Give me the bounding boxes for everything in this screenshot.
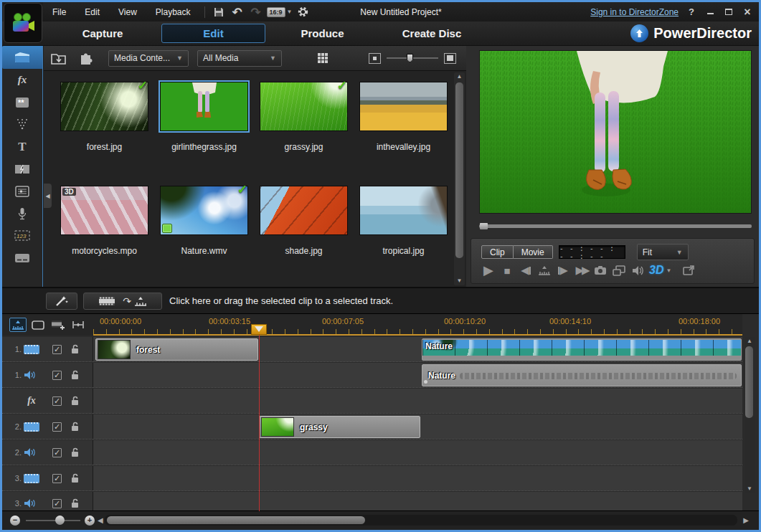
library-item-nature[interactable]: ✓ Nature.wmv: [160, 186, 248, 256]
library-item-tropical[interactable]: tropical.jpg: [359, 186, 448, 256]
sidebar-item-chapter-room[interactable]: 123: [2, 224, 42, 247]
track-header-fx[interactable]: fx ✓: [2, 389, 93, 413]
movie-mode-button[interactable]: Movie: [514, 245, 553, 259]
snap-alignment-button[interactable]: [70, 318, 87, 332]
sort-display-icon[interactable]: [312, 49, 334, 67]
play-button[interactable]: ▶: [481, 262, 496, 278]
stop-button[interactable]: ■: [500, 262, 514, 278]
track-lock-icon[interactable]: [70, 370, 80, 380]
track-enable-checkbox[interactable]: ✓: [52, 422, 62, 432]
track-enable-checkbox[interactable]: ✓: [52, 345, 62, 354]
redo-icon[interactable]: ↷: [247, 5, 265, 19]
timeline-vertical-scrollbar[interactable]: ▲ ▼: [745, 337, 755, 493]
thumbnail-size-slider[interactable]: [387, 53, 438, 63]
tab-capture[interactable]: Capture: [45, 27, 160, 39]
previous-frame-button[interactable]: ◀: [519, 262, 533, 278]
timeline-zoom-slider[interactable]: [26, 520, 80, 521]
close-button[interactable]: ×: [742, 6, 753, 19]
track-lock-icon[interactable]: [70, 422, 80, 432]
save-icon[interactable]: [209, 5, 228, 19]
magic-wand-button[interactable]: [46, 293, 77, 310]
clip-grassy[interactable]: grassy: [259, 416, 420, 438]
scroll-right-icon[interactable]: ▶: [743, 516, 749, 524]
scrollbar-thumb[interactable]: [745, 346, 753, 418]
library-collapse-tab[interactable]: ◀: [44, 184, 52, 208]
scroll-down-icon[interactable]: ▼: [745, 485, 755, 493]
track-enable-checkbox[interactable]: ✓: [52, 371, 62, 380]
track-content[interactable]: Nature: [93, 363, 742, 387]
library-scrollbar[interactable]: ▲ ▼: [454, 72, 465, 285]
track-lock-icon[interactable]: [70, 447, 80, 457]
menu-playback[interactable]: Playback: [146, 7, 200, 17]
sidebar-item-media-room[interactable]: [2, 46, 42, 69]
slider-thumb[interactable]: [407, 54, 413, 62]
snapshot-camera-icon[interactable]: [593, 262, 608, 278]
sidebar-item-pip-objects-room[interactable]: **: [2, 91, 42, 113]
track-lock-icon[interactable]: [70, 344, 80, 354]
zoom-large-icon[interactable]: [444, 53, 456, 64]
track-content[interactable]: grassy: [93, 414, 742, 439]
signin-directorzone-link[interactable]: Sign in to DirectorZone: [590, 7, 679, 17]
tab-edit[interactable]: Edit: [161, 24, 265, 43]
storyboard-view-button[interactable]: [29, 318, 47, 332]
minimize-button[interactable]: [704, 6, 716, 17]
clip-forest[interactable]: forest: [95, 338, 258, 361]
seek-thumb[interactable]: [480, 223, 488, 229]
track-header-video-1[interactable]: 1. ✓: [2, 337, 93, 361]
clip-nature-audio[interactable]: Nature: [422, 364, 742, 386]
track-lock-icon[interactable]: [70, 396, 80, 406]
scroll-up-icon[interactable]: ▲: [745, 337, 755, 345]
track-lock-icon[interactable]: [70, 473, 80, 483]
menu-file[interactable]: File: [43, 7, 75, 17]
timeline-view-button[interactable]: [9, 318, 27, 332]
track-content[interactable]: [93, 466, 742, 490]
maximize-button[interactable]: [723, 6, 734, 17]
track-header-video-2[interactable]: 2. ✓: [2, 414, 93, 439]
playhead-line[interactable]: [259, 334, 260, 511]
sidebar-item-title-room[interactable]: T: [2, 136, 42, 158]
fast-forward-button[interactable]: ▶▶: [575, 262, 589, 278]
preview-seek-slider[interactable]: [479, 224, 752, 228]
sidebar-item-subtitle-room[interactable]: [2, 247, 42, 269]
scrollbar-thumb[interactable]: [455, 82, 463, 258]
track-header-audio-1[interactable]: 1. ✓: [2, 363, 93, 387]
sidebar-item-voiceover-room[interactable]: [2, 202, 42, 224]
insert-to-timeline-button[interactable]: ↷: [83, 293, 162, 310]
timeline-zoom-thumb[interactable]: [55, 516, 65, 525]
sidebar-item-particle-room[interactable]: [2, 113, 42, 136]
track-content[interactable]: forest Nature: [93, 337, 742, 361]
track-enable-checkbox[interactable]: ✓: [52, 396, 62, 406]
clip-nature-video[interactable]: Nature: [422, 338, 742, 361]
plugin-puzzle-icon[interactable]: [75, 49, 97, 67]
library-item-inthevalley[interactable]: inthevalley.jpg: [359, 82, 448, 152]
scrollbar-thumb[interactable]: [107, 516, 365, 524]
track-lock-icon[interactable]: [70, 498, 80, 508]
timeline-zoom-in-button[interactable]: +: [85, 516, 95, 526]
menu-edit[interactable]: Edit: [75, 7, 109, 17]
import-media-icon[interactable]: [48, 49, 70, 67]
library-item-shade[interactable]: shade.jpg: [260, 186, 348, 256]
aspect-ratio-selector[interactable]: 16:9 ▼: [265, 5, 294, 19]
3d-toggle-button[interactable]: 3D ▼: [649, 264, 671, 277]
settings-gear-icon[interactable]: [294, 5, 313, 19]
track-content[interactable]: [93, 389, 742, 413]
timecode-display[interactable]: - - : - - : - - : - -: [559, 245, 625, 259]
media-filter-dropdown[interactable]: All Media ▼: [197, 50, 282, 67]
timeline-ruler[interactable]: 00:00:00:00 00:00:03:15 00:00:07:05 00:0…: [93, 314, 742, 336]
tab-create-disc[interactable]: Create Disc: [378, 27, 486, 39]
scroll-left-icon[interactable]: ◀: [98, 516, 103, 524]
scroll-down-icon[interactable]: ▼: [454, 277, 465, 285]
track-header-video-3[interactable]: 3. ✓: [2, 466, 93, 490]
track-header-audio-2[interactable]: 2. ✓: [2, 440, 93, 465]
undock-preview-icon[interactable]: [681, 262, 696, 278]
timeline-horizontal-scrollbar[interactable]: [105, 515, 737, 526]
help-button[interactable]: ?: [686, 6, 697, 17]
library-item-girlinthegrass[interactable]: girlinthegrass.jpg: [160, 82, 248, 152]
sidebar-item-transition-room[interactable]: [2, 158, 42, 180]
next-frame-button[interactable]: ▶: [556, 262, 570, 278]
library-item-forest[interactable]: ✓ forest.jpg: [60, 82, 148, 152]
scroll-up-icon[interactable]: ▲: [454, 72, 465, 81]
clip-mode-button[interactable]: Clip: [481, 245, 514, 259]
step-ruler-button[interactable]: [537, 262, 552, 278]
tab-produce[interactable]: Produce: [267, 27, 378, 39]
